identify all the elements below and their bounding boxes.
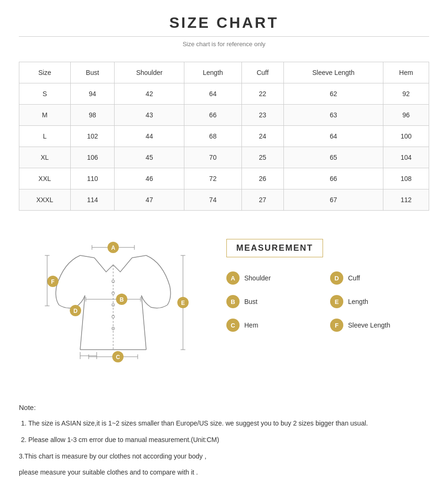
table-cell: 26 (241, 168, 283, 189)
table-cell: 96 (383, 105, 429, 126)
table-cell: 68 (184, 126, 241, 147)
legend-item: A Shoulder (226, 271, 325, 285)
svg-text:C: C (116, 354, 120, 361)
table-cell: 27 (241, 189, 283, 211)
table-header-cell: Size (19, 62, 71, 83)
table-cell: 64 (184, 83, 241, 105)
table-cell: 114 (70, 189, 115, 211)
legend-badge: A (226, 271, 240, 285)
table-cell: 70 (184, 147, 241, 168)
table-cell: 23 (241, 105, 283, 126)
table-cell: 104 (383, 147, 429, 168)
legend-label: Shoulder (244, 274, 271, 282)
table-cell: M (19, 105, 71, 126)
legend-item: E Length (330, 295, 429, 308)
svg-line-3 (141, 295, 146, 350)
table-cell: XL (19, 147, 71, 168)
note-extra-1: 3.This chart is measure by our clothes n… (19, 451, 429, 462)
table-cell: 106 (70, 147, 115, 168)
table-cell: 44 (115, 126, 184, 147)
svg-line-0 (80, 255, 94, 258)
svg-line-2 (80, 295, 85, 350)
legend-grid: A Shoulder D Cuff B Bust E Length C Hem … (226, 271, 429, 332)
table-cell: 67 (283, 189, 383, 211)
measurement-legend: MEASUREMENT A Shoulder D Cuff B Bust E L… (217, 230, 429, 382)
table-cell: 46 (115, 168, 184, 189)
table-cell: XXXL (19, 189, 71, 211)
legend-label: Sleeve Length (348, 321, 390, 329)
table-cell: 66 (283, 168, 383, 189)
table-header-cell: Hem (383, 62, 429, 83)
table-cell: 100 (383, 126, 429, 147)
table-cell: 94 (70, 83, 115, 105)
table-cell: 110 (70, 168, 115, 189)
table-row: S944264226292 (19, 83, 429, 105)
table-cell: 62 (283, 83, 383, 105)
table-header-cell: Sleeve Length (283, 62, 383, 83)
svg-text:B: B (120, 296, 124, 303)
table-cell: 92 (383, 83, 429, 105)
table-cell: 66 (184, 105, 241, 126)
table-header-cell: Length (184, 62, 241, 83)
table-row: M984366236396 (19, 105, 429, 126)
legend-label: Hem (244, 321, 258, 329)
legend-badge: B (226, 295, 240, 308)
table-cell: 72 (184, 168, 241, 189)
measurement-title: MEASUREMENT (226, 239, 323, 257)
legend-item: C Hem (226, 319, 325, 332)
legend-badge: D (330, 271, 343, 285)
legend-label: Bust (244, 298, 257, 305)
table-cell: 98 (70, 105, 115, 126)
note-item: The size is ASIAN size,it is 1~2 sizes s… (28, 418, 429, 429)
table-cell: 74 (184, 189, 241, 211)
table-cell: 63 (283, 105, 383, 126)
table-row: XXXL11447742767112 (19, 189, 429, 211)
legend-label: Cuff (348, 274, 360, 282)
table-cell: 25 (241, 147, 283, 168)
legend-badge: C (226, 319, 240, 332)
legend-label: Length (348, 298, 368, 305)
svg-text:A: A (111, 245, 116, 251)
size-chart-table: SizeBustShoulderLengthCuffSleeve LengthH… (19, 62, 429, 211)
table-cell: 108 (383, 168, 429, 189)
table-cell: 64 (283, 126, 383, 147)
table-cell: 42 (115, 83, 184, 105)
table-cell: 65 (283, 147, 383, 168)
subtitle: Size chart is for reference only (19, 41, 429, 48)
table-cell: 102 (70, 126, 115, 147)
note-list: The size is ASIAN size,it is 1~2 sizes s… (19, 418, 429, 446)
table-header-cell: Cuff (241, 62, 283, 83)
title-divider (19, 36, 429, 37)
garment-diagram: A B C D E F (19, 230, 207, 382)
legend-item: D Cuff (330, 271, 429, 285)
table-cell: 43 (115, 105, 184, 126)
svg-text:D: D (74, 308, 78, 314)
table-header-cell: Shoulder (115, 62, 184, 83)
svg-text:E: E (181, 300, 185, 306)
table-cell: XXL (19, 168, 71, 189)
table-row: XL10645702565104 (19, 147, 429, 168)
table-cell: L (19, 126, 71, 147)
legend-item: B Bust (226, 295, 325, 308)
table-cell: 24 (241, 126, 283, 147)
notes-section: Note: The size is ASIAN size,it is 1~2 s… (19, 401, 429, 478)
legend-item: F Sleeve Length (330, 319, 429, 332)
table-row: L10244682464100 (19, 126, 429, 147)
table-cell: 47 (115, 189, 184, 211)
measurement-section: A B C D E F (19, 230, 429, 382)
note-title: Note: (19, 401, 429, 414)
table-cell: 112 (383, 189, 429, 211)
legend-badge: E (330, 295, 343, 308)
note-item: Please allow 1-3 cm error due to manual … (28, 434, 429, 446)
page-title: SIZE CHART (19, 14, 429, 32)
table-cell: 45 (115, 147, 184, 168)
table-header-cell: Bust (70, 62, 115, 83)
legend-badge: F (330, 319, 343, 332)
svg-line-1 (132, 255, 146, 258)
table-cell: S (19, 83, 71, 105)
note-extra-2: please measure your suitable clothes and… (19, 467, 429, 478)
table-row: XXL11046722666108 (19, 168, 429, 189)
table-header-row: SizeBustShoulderLengthCuffSleeve LengthH… (19, 62, 429, 83)
svg-text:F: F (51, 279, 54, 285)
table-cell: 22 (241, 83, 283, 105)
